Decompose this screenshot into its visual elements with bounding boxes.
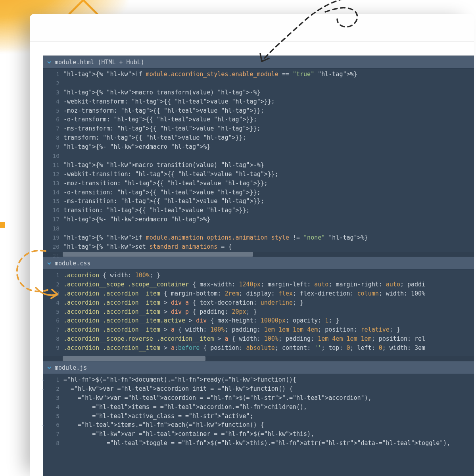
pane-body-css[interactable]: 123456789 .accordion { width: 100%; }.ac… [43,270,474,361]
code-editor-window: module.html (HTML + HubL) 12345678910111… [30,14,474,476]
pane-js: module.js 1▾2▾3456▾78 ="hl-fn">$(="hl-fn… [43,361,474,476]
line-gutter-js: 1▾2▾3456▾78 [43,374,63,476]
code-area-js[interactable]: ="hl-fn">$(="hl-fn">document).="hl-fn">r… [63,374,474,476]
pane-css: module.css 123456789 .accordion { width:… [43,257,474,361]
pane-html: module.html (HTML + HubL) 12345678910111… [43,56,474,257]
decorative-tick [0,222,5,228]
pane-title-html: module.html (HTML + HubL) [55,59,144,66]
code-area-html[interactable]: "hl-tag">{% "hl-kw">if module.accordion_… [63,69,474,257]
pane-header-css[interactable]: module.css [43,257,474,270]
window-titlebar [30,14,474,42]
pane-body-html[interactable]: 123456789101112131415161718192021 "hl-ta… [43,69,474,257]
pane-header-html[interactable]: module.html (HTML + HubL) [43,56,474,69]
pane-title-js: module.js [55,364,87,371]
pane-header-js[interactable]: module.js [43,361,474,374]
editor-panes: module.html (HTML + HubL) 12345678910111… [43,56,474,476]
pane-body-js[interactable]: 1▾2▾3456▾78 ="hl-fn">$(="hl-fn">document… [43,374,474,476]
line-gutter-html: 123456789101112131415161718192021 [43,69,63,257]
scrollbar-thumb[interactable] [63,252,253,257]
line-gutter-css: 123456789 [43,270,63,361]
scrollbar-thumb[interactable] [63,356,205,361]
chevron-down-icon [45,364,53,372]
code-area-css[interactable]: .accordion { width: 100%; }.accordion__s… [63,270,474,361]
pane-title-css: module.css [55,260,90,267]
chevron-down-icon [45,58,53,66]
horizontal-scrollbar-css[interactable] [43,356,474,361]
horizontal-scrollbar-html[interactable] [43,252,474,257]
